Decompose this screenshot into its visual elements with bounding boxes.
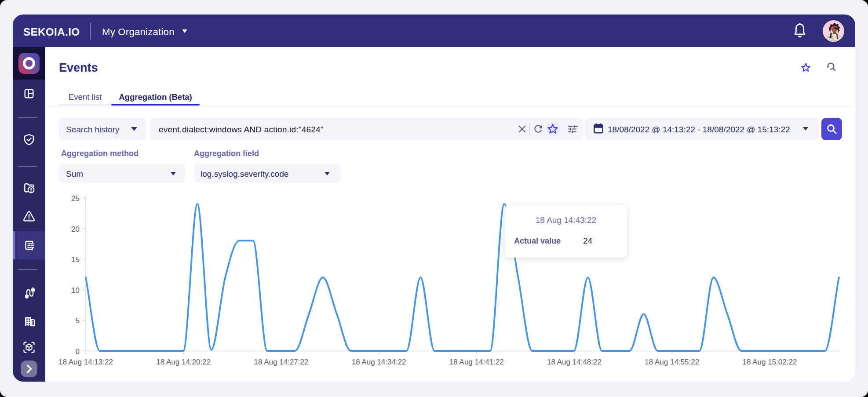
svg-text:0: 0	[76, 347, 80, 356]
svg-text:18 Aug 14:27:22: 18 Aug 14:27:22	[254, 358, 308, 366]
svg-text:18 Aug 14:20:22: 18 Aug 14:20:22	[156, 358, 211, 366]
svg-text:18 Aug 14:55:22: 18 Aug 14:55:22	[645, 358, 699, 366]
svg-text:18 Aug 14:13:22: 18 Aug 14:13:22	[58, 358, 113, 366]
svg-text:18 Aug 14:34:22: 18 Aug 14:34:22	[352, 358, 406, 366]
svg-text:20: 20	[71, 225, 80, 233]
svg-text:18 Aug 15:02:22: 18 Aug 15:02:22	[742, 358, 797, 366]
svg-text:25: 25	[71, 194, 80, 203]
svg-text:5: 5	[76, 317, 80, 325]
svg-text:18 Aug 14:41:22: 18 Aug 14:41:22	[449, 358, 504, 366]
svg-text:10: 10	[71, 286, 80, 295]
svg-text:18 Aug 14:48:22: 18 Aug 14:48:22	[547, 358, 602, 366]
svg-text:15: 15	[71, 255, 80, 264]
